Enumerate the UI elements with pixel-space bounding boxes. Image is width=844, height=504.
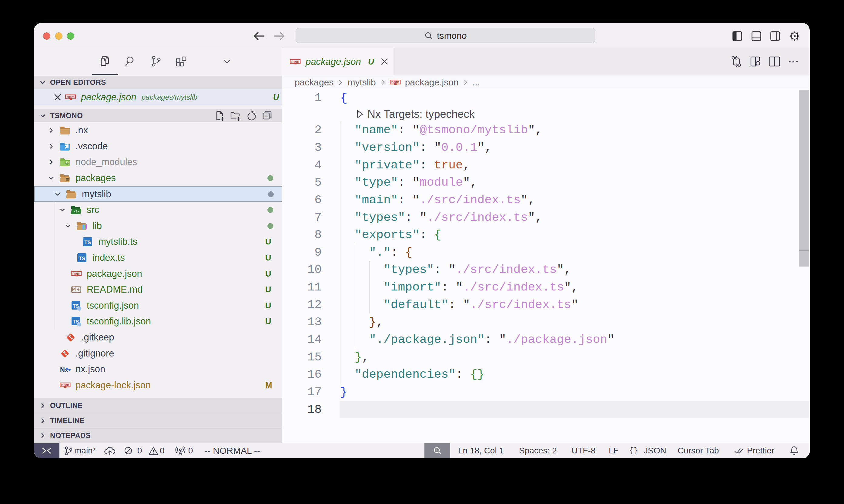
- svg-text:npm: npm: [72, 271, 80, 276]
- svg-text:TS: TS: [84, 239, 91, 245]
- svg-text:npm: npm: [291, 59, 299, 64]
- svg-text:N: N: [60, 366, 65, 374]
- svg-text:x: x: [65, 367, 68, 373]
- svg-text:npm: npm: [391, 80, 399, 84]
- svg-text:TS: TS: [79, 256, 85, 262]
- svg-text:npm: npm: [67, 95, 74, 99]
- svg-text:JS: JS: [65, 161, 69, 164]
- svg-text:npm: npm: [61, 383, 69, 387]
- svg-text:</>: </>: [74, 210, 79, 213]
